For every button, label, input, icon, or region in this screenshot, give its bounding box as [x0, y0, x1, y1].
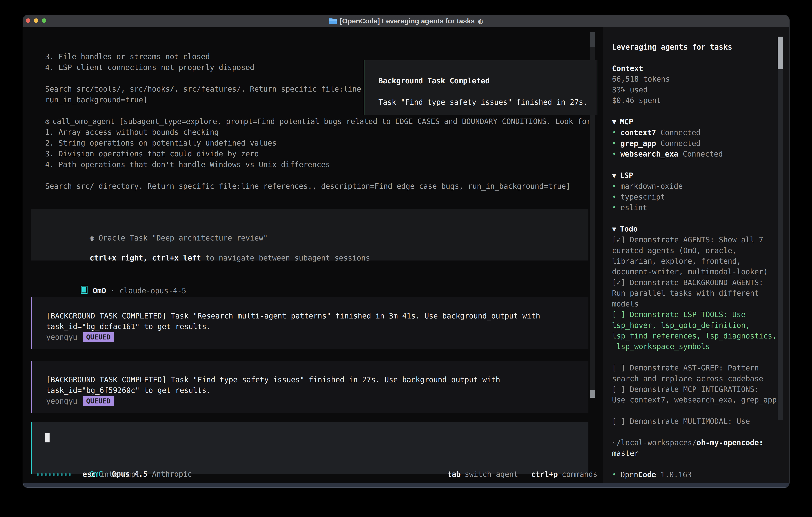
- keybinding-label: ctrl+x right, ctrl+x left: [90, 254, 201, 262]
- triangle-collapse-icon[interactable]: ▼: [612, 224, 616, 235]
- app-version: •OpenCode 1.0.163: [612, 469, 780, 480]
- status-dot-icon: •: [612, 470, 616, 479]
- tab-key-label: switch agent: [465, 469, 518, 480]
- esc-key-hint: esc: [83, 469, 96, 480]
- triangle-collapse-icon[interactable]: ▼: [612, 117, 616, 127]
- todo-line: [ ] Demonstrate AST-GREP: Pattern: [612, 363, 780, 373]
- status-badge: QUEUED: [83, 332, 114, 342]
- todo-line: curated agents (OmO, oracle,: [612, 245, 780, 256]
- sidebar: Leveraging agents for tasksContext66,518…: [603, 27, 789, 483]
- window-bottom-bar: [23, 483, 789, 488]
- sidebar-section-todo: ▼Todo: [612, 224, 780, 235]
- terminal-scrollbar-thumb[interactable]: [590, 390, 595, 398]
- todo-line: models: [612, 299, 780, 309]
- message-text: task_id="bg_6f59260c" to get results.: [46, 385, 582, 396]
- terminal-line: 1. Array access without bounds checking: [45, 127, 600, 138]
- message-text: [BACKGROUND TASK COMPLETED] Task "Resear…: [46, 311, 582, 321]
- terminal-line: 4. Path operations that don't handle Win…: [45, 159, 600, 170]
- status-dot-icon: •: [612, 193, 616, 201]
- todo-line: lsp_workspace_symbols: [612, 341, 780, 352]
- status-dot-icon: •: [612, 139, 616, 148]
- titlebar: [OpenCode] Leveraging agents for tasks ◐: [23, 15, 789, 27]
- window-title: [OpenCode] Leveraging agents for tasks: [340, 17, 475, 25]
- terminal-line: 3. Division operations that could divide…: [45, 148, 600, 159]
- esc-key-label: interrupt: [100, 469, 140, 480]
- screen: [OpenCode] Leveraging agents for tasks ◐…: [0, 0, 812, 517]
- message-user: yeongyu: [46, 333, 77, 342]
- sidebar-stat: 66,518 tokens: [612, 74, 780, 84]
- lsp-item: •eslint: [612, 202, 780, 213]
- terminal-pane: 3. File handles or streams not closed4. …: [23, 27, 603, 483]
- sidebar-section-lsp: ▼LSP: [612, 170, 780, 181]
- triangle-collapse-icon[interactable]: ▼: [612, 170, 616, 181]
- folder-icon: [329, 19, 337, 24]
- gear-icon: ⚙: [45, 117, 50, 126]
- sidebar-stat: $0.46 spent: [612, 95, 780, 106]
- status-dot-icon: •: [612, 150, 616, 158]
- status-bar: esc interrupt tab switch agent ctrl+p co…: [23, 469, 603, 480]
- status-dot-icon: •: [612, 182, 616, 191]
- prompt-input[interactable]: OmO Opus 4.5 Anthropic: [31, 422, 588, 474]
- message-text: task_id="bg_dcfac161" to get results.: [46, 321, 582, 332]
- oracle-task-line: ◉ Oracle Task "Deep architecture review": [45, 222, 268, 233]
- tab-key-hint: tab: [447, 469, 461, 480]
- terminal-line: ⚙call_omo_agent [subagent_type=explore, …: [45, 116, 600, 127]
- workspace-path: ~/local-workspaces/oh-my-opencode:: [612, 437, 780, 448]
- window-title-row: [OpenCode] Leveraging agents for tasks ◐: [23, 15, 789, 27]
- agent-model: claude-opus-4-5: [119, 287, 186, 295]
- lsp-item: •typescript: [612, 192, 780, 202]
- oracle-bullet-icon: ◉: [90, 234, 94, 242]
- commands-key-label: commands: [562, 469, 598, 480]
- agent-header: OmO · claude-opus-4-5: [45, 275, 186, 285]
- session-indicator-icon: ◐: [478, 18, 483, 25]
- sidebar-heading: Context: [612, 63, 780, 74]
- text-cursor: [45, 433, 50, 442]
- separator-dot: ·: [111, 287, 115, 295]
- status-left: esc interrupt: [37, 469, 140, 480]
- terminal-scrollbar-top-segment: [590, 32, 595, 47]
- input-meta: OmO Opus 4.5 Anthropic: [45, 458, 192, 469]
- todo-line: [✓] Demonstrate BACKGROUND AGENTS:: [612, 277, 780, 288]
- toast-title: Background Task Completed: [378, 76, 490, 86]
- message-text: [BACKGROUND TASK COMPLETED] Task "Find t…: [46, 375, 582, 385]
- todo-line: document-writer, multimodal-looker): [612, 267, 780, 277]
- status-badge: QUEUED: [83, 396, 114, 406]
- sidebar-scrollbar-thumb[interactable]: [778, 36, 783, 70]
- oracle-task-box: ◉ Oracle Task "Deep architecture review"…: [31, 209, 588, 261]
- sidebar-content: Leveraging agents for tasksContext66,518…: [612, 42, 780, 480]
- todo-line: Use context7, websearch_exa, grep_app: [612, 394, 780, 405]
- status-right: tab switch agent ctrl+p commands: [447, 469, 598, 480]
- background-task-toast: Background Task Completed Task "Find typ…: [364, 60, 598, 115]
- todo-line: lsp_hover, lsp_goto_definition,: [612, 320, 780, 331]
- lsp-item: •markdown-oxide: [612, 181, 780, 192]
- todo-line: [✓] Demonstrate AGENTS: Show all 7: [612, 235, 780, 245]
- sidebar-scrollbar-track: [778, 36, 783, 420]
- background-task-message: [BACKGROUND TASK COMPLETED] Task "Find t…: [31, 361, 588, 413]
- toast-body: Task "Find type safety issues" finished …: [378, 97, 588, 108]
- status-dot-icon: •: [612, 203, 616, 212]
- todo-line: search and replace across codebase: [612, 374, 780, 384]
- message-meta: yeongyuQUEUED: [46, 396, 582, 406]
- todo-line: Run parallel tasks with different: [612, 288, 780, 298]
- mcp-item: •websearch_exa Connected: [612, 149, 780, 159]
- oracle-hint-line: ctrl+x right, ctrl+x left to navigate be…: [45, 242, 370, 253]
- terminal-line: Search src/ directory. Return specific f…: [45, 181, 600, 192]
- message-meta: yeongyuQUEUED: [46, 332, 582, 343]
- sidebar-stat: 33% used: [612, 85, 780, 95]
- sidebar-section-mcp: ▼MCP: [612, 116, 780, 127]
- todo-line: [ ] Demonstrate MULTIMODAL: Use: [612, 416, 780, 427]
- todo-line: librarian, explore, frontend,: [612, 256, 780, 267]
- mcp-item: •context7 Connected: [612, 127, 780, 138]
- terminal-line: 2. String operations on potentially unde…: [45, 138, 600, 148]
- todo-line: [ ] Demonstrate MCP INTEGRATIONS:: [612, 384, 780, 394]
- session-title: Leveraging agents for tasks: [612, 42, 780, 52]
- message-user: yeongyu: [46, 397, 77, 405]
- todo-line: lsp_find_references, lsp_diagnostics,: [612, 331, 780, 341]
- agent-name: OmO: [93, 287, 106, 295]
- todo-line: [ ] Demonstrate LSP TOOLS: Use: [612, 309, 780, 320]
- mcp-item: •grep_app Connected: [612, 138, 780, 149]
- omo-agent-icon: [81, 286, 88, 294]
- background-task-message: [BACKGROUND TASK COMPLETED] Task "Resear…: [31, 297, 588, 349]
- status-dot-icon: •: [612, 128, 616, 137]
- git-branch: master: [612, 448, 780, 459]
